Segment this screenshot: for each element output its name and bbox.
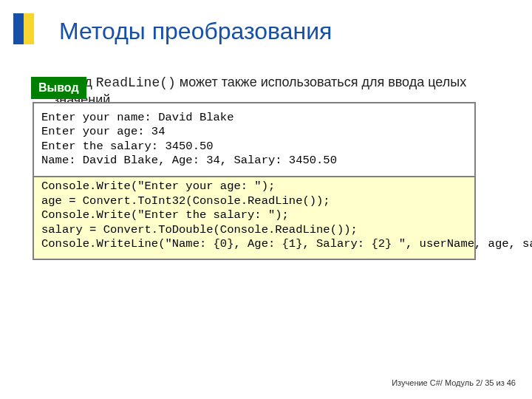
slide-title: Методы преобразования bbox=[59, 18, 332, 45]
footer-page-indicator: Изучение C#/ Модуль 2/ 35 из 46 bbox=[392, 378, 516, 387]
output-block: Enter your name: David Blake Enter your … bbox=[33, 102, 476, 177]
flag-yellow bbox=[24, 13, 34, 44]
slide: Методы преобразования Метод ReadLine() м… bbox=[0, 0, 532, 399]
body-method: ReadLine() bbox=[96, 75, 176, 90]
corner-flag-icon bbox=[13, 13, 34, 44]
output-badge: Вывод bbox=[31, 77, 86, 99]
flag-blue bbox=[13, 13, 24, 44]
